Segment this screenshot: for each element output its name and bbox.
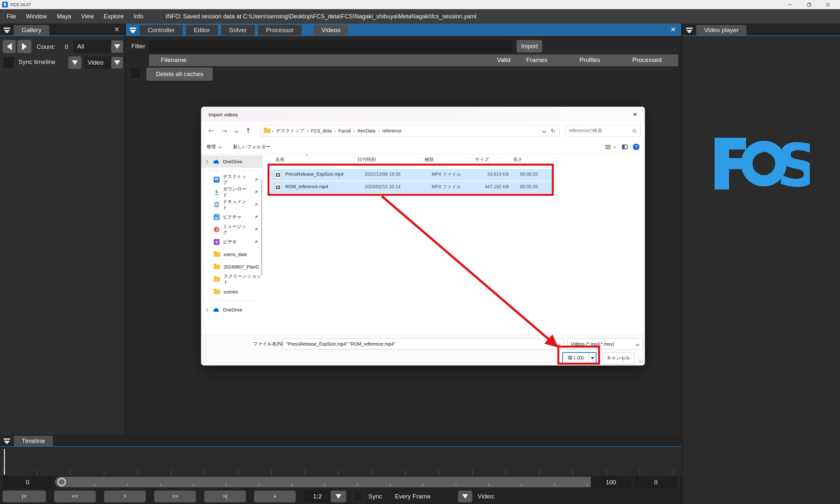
- preview-pane-icon[interactable]: [622, 145, 628, 149]
- filetype-select[interactable]: Videos (*.mp4;*.mov): [567, 338, 643, 349]
- sidebar-folder-xsens-date[interactable]: xsens_date: [201, 248, 263, 261]
- step-forward-button[interactable]: >>: [154, 490, 196, 502]
- view-dropdown-icon[interactable]: [613, 145, 616, 148]
- sync-checkbox[interactable]: [353, 491, 363, 502]
- import-button[interactable]: Import: [517, 40, 542, 52]
- step-back-button[interactable]: <<: [54, 490, 96, 502]
- range-end-field[interactable]: 100: [591, 476, 631, 488]
- panel-menu-icon[interactable]: [3, 438, 11, 444]
- maximize-button[interactable]: [799, 0, 818, 9]
- minimize-button[interactable]: [780, 0, 799, 9]
- sidebar-item-pictures[interactable]: ピクチャ: [201, 211, 263, 223]
- filename-input[interactable]: "PressRelease_ExpSize.mp4" "ROM_referenc…: [282, 338, 564, 349]
- expand-icon[interactable]: [205, 308, 208, 311]
- delete-caches-checkbox[interactable]: [130, 68, 141, 79]
- ratio-field[interactable]: 1:2: [304, 490, 330, 502]
- video-select[interactable]: Video: [84, 56, 123, 69]
- address-bar[interactable]: › デスクトップ › FCS_deta › Facial › RecData ›…: [260, 125, 560, 137]
- menu-explore[interactable]: Explore: [104, 13, 124, 20]
- breadcrumb-fcs-deta[interactable]: FCS_deta: [311, 128, 331, 133]
- column-date[interactable]: 日付時刻: [358, 157, 376, 163]
- view-mode-icon[interactable]: [605, 145, 611, 149]
- tab-gallery[interactable]: Gallery: [14, 25, 49, 35]
- gallery-next-button[interactable]: [17, 40, 32, 53]
- tab-controller[interactable]: Controller: [140, 25, 183, 35]
- tab-processor[interactable]: Processor: [258, 25, 302, 35]
- go-to-end-button[interactable]: >|: [204, 490, 246, 502]
- ratio-dropdown-button[interactable]: [330, 490, 346, 502]
- menu-info[interactable]: Info: [134, 13, 143, 20]
- up-icon[interactable]: ↑: [245, 127, 251, 135]
- dialog-close-icon[interactable]: ✕: [633, 111, 637, 118]
- menu-view[interactable]: View: [81, 13, 94, 20]
- open-split-dropdown[interactable]: [588, 353, 596, 363]
- delete-all-caches-button[interactable]: Delete all caches: [147, 68, 213, 81]
- expand-icon[interactable]: [205, 160, 208, 163]
- sidebar-folder-screenshots[interactable]: スクリーンショット: [201, 273, 263, 286]
- sidebar-onedrive-top[interactable]: OneDrive: [201, 156, 263, 168]
- column-profiles[interactable]: Profiles: [579, 56, 600, 64]
- frame-mode-select[interactable]: Every Frame: [391, 490, 458, 502]
- gallery-close-icon[interactable]: ✕: [114, 26, 119, 33]
- menu-window[interactable]: Window: [26, 13, 47, 20]
- go-to-start-button[interactable]: |<: [3, 490, 46, 502]
- filename-dropdown-icon[interactable]: [556, 342, 561, 346]
- breadcrumb-facial[interactable]: Facial: [339, 128, 350, 133]
- sync-dropdown-button[interactable]: [68, 56, 81, 69]
- tab-video-player[interactable]: Video player: [696, 25, 747, 35]
- sidebar-onedrive-bottom[interactable]: OneDrive: [201, 304, 263, 316]
- panel-close-icon[interactable]: ✕: [670, 26, 676, 33]
- refresh-icon[interactable]: ↻: [551, 128, 555, 134]
- tab-videos[interactable]: Videos: [313, 25, 348, 35]
- search-input[interactable]: referenceの検索: [565, 125, 641, 137]
- column-name[interactable]: 名前: [275, 157, 285, 163]
- current-frame-field[interactable]: 0: [3, 476, 52, 488]
- close-button[interactable]: [818, 0, 837, 9]
- menu-file[interactable]: File: [6, 13, 16, 20]
- back-icon[interactable]: ←: [208, 127, 215, 135]
- column-type[interactable]: 種類: [425, 157, 434, 163]
- range-start-handle[interactable]: [57, 478, 66, 486]
- sidebar-item-downloads[interactable]: ダウンロード: [201, 186, 263, 198]
- timeline-track[interactable]: [0, 448, 682, 476]
- column-size[interactable]: サイズ: [475, 157, 489, 163]
- filter-input[interactable]: [149, 40, 512, 52]
- sidebar-folder-20240607-pland[interactable]: 20240607_PlanD: [201, 261, 263, 273]
- help-icon[interactable]: ?: [633, 144, 639, 150]
- column-filename[interactable]: Filename: [161, 56, 186, 64]
- gallery-prev-button[interactable]: [3, 40, 16, 53]
- sidebar-folder-scenes[interactable]: scenes: [201, 286, 263, 298]
- breadcrumb-reference[interactable]: reference: [382, 128, 401, 133]
- offset-field[interactable]: 0: [635, 476, 676, 488]
- forward-icon[interactable]: →: [222, 127, 227, 135]
- address-dropdown-icon[interactable]: [542, 129, 546, 133]
- sidebar-item-desktop[interactable]: デスクトップ: [201, 174, 263, 186]
- history-dropdown-icon[interactable]: [234, 129, 239, 133]
- column-frames[interactable]: Frames: [526, 56, 547, 64]
- resize-grip[interactable]: [639, 359, 643, 363]
- gallery-filter-select[interactable]: All: [73, 40, 123, 53]
- breadcrumb-desktop[interactable]: デスクトップ: [276, 128, 304, 134]
- file-row-rom-reference[interactable]: ROM_reference.mp4 2024/02/15 20:14 MP4 フ…: [270, 181, 553, 193]
- sidebar-scrollbar[interactable]: [261, 180, 262, 275]
- breadcrumb-recdata[interactable]: RecData: [358, 128, 375, 133]
- tab-timeline[interactable]: Timeline: [14, 436, 53, 446]
- chevron-down-icon[interactable]: [111, 57, 123, 69]
- column-processed[interactable]: Processed: [632, 56, 662, 64]
- play-button[interactable]: >: [104, 490, 146, 502]
- column-valid[interactable]: Valid: [497, 56, 511, 64]
- filetype-dropdown-icon[interactable]: [635, 342, 640, 346]
- sidebar-item-documents[interactable]: ドキュメント: [201, 198, 263, 211]
- panel-menu-icon[interactable]: [686, 28, 693, 33]
- panel-menu-icon[interactable]: [129, 28, 137, 33]
- open-button[interactable]: 開く(O): [562, 352, 597, 364]
- range-slider[interactable]: [55, 477, 624, 487]
- panel-menu-icon[interactable]: [3, 28, 11, 33]
- menu-maya[interactable]: Maya: [57, 13, 71, 20]
- mode-dropdown-button[interactable]: [458, 490, 473, 502]
- organize-button[interactable]: 整理: [206, 144, 216, 150]
- cancel-button[interactable]: キャンセル: [603, 352, 634, 364]
- column-length[interactable]: 長さ: [513, 157, 522, 163]
- sidebar-item-videos[interactable]: ビデオ: [201, 236, 263, 248]
- add-button[interactable]: +: [254, 490, 296, 502]
